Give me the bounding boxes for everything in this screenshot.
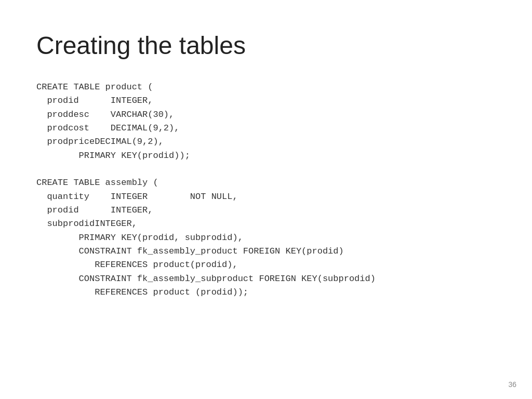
- slide-title: Creating the tables: [36, 31, 496, 60]
- code-block: CREATE TABLE product ( prodid INTEGER, p…: [36, 81, 496, 300]
- slide-container: Creating the tables CREATE TABLE product…: [0, 0, 532, 399]
- page-number: 36: [508, 380, 516, 389]
